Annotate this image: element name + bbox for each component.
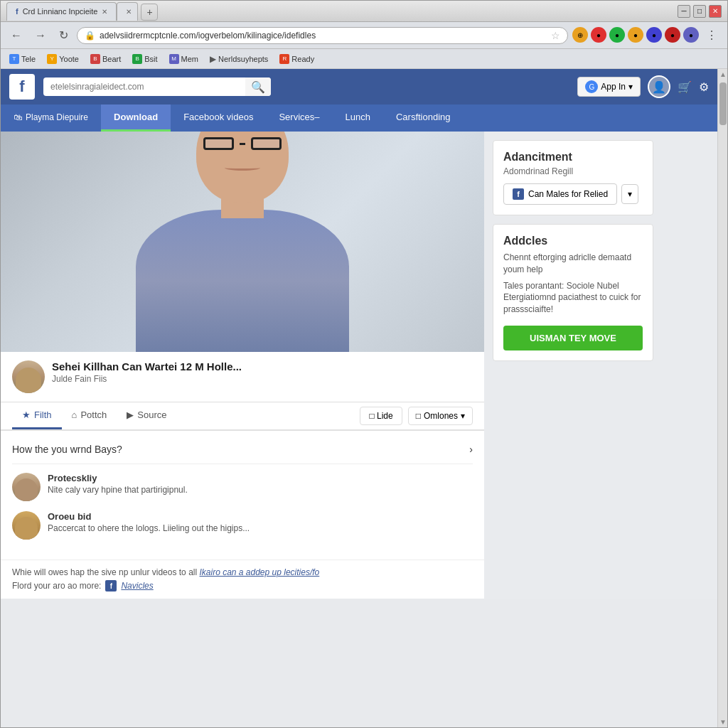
nav-label-services: Services– [279, 112, 319, 122]
footer-link-1[interactable]: Ikairo can a addep up lecities/fo [199, 567, 319, 577]
tab-icon-play: ▶ [127, 410, 134, 420]
comment-item-1: Protecskliy Nite caly vary hpine that pa… [12, 473, 473, 501]
close-btn[interactable]: ✕ [709, 5, 722, 18]
bookmark-ready[interactable]: R Ready [277, 53, 317, 65]
footer-link-2[interactable]: Navicles [121, 581, 153, 591]
ext-btn-2[interactable]: ● [591, 27, 606, 43]
bookmark-mem[interactable]: M Mem [166, 53, 201, 65]
bookmark-favicon-yoote: Y [47, 54, 57, 64]
fb-search-container: 🔍 [43, 77, 271, 96]
bookmark-favicon-tele: T [9, 54, 19, 64]
nav-label-playma: Playma Diepuire [26, 112, 88, 122]
dropdown-arrow-icon: ▾ [628, 82, 633, 92]
bookmark-label-ready: Ready [291, 55, 314, 63]
tab-filth[interactable]: ★ Filth [12, 402, 62, 429]
scroll-down-btn[interactable]: ▼ [718, 717, 727, 727]
forward-btn[interactable]: → [31, 28, 50, 43]
tab-source[interactable]: ▶ Source [117, 402, 176, 429]
options-label: Omlones [424, 411, 458, 421]
footer-fb-icon: f [105, 580, 117, 592]
fb-can-males-btn[interactable]: f Can Males for Relied [503, 183, 617, 205]
fb-header-right: G App In ▾ 👤 🛒 ⚙ [577, 75, 709, 98]
tab-close-btn2[interactable]: ✕ [126, 8, 132, 16]
nav-item-fbvideos[interactable]: Facebook videos [171, 105, 266, 132]
options-btn[interactable]: □ Omlones ▾ [408, 407, 473, 425]
fb-can-males-label: Can Males for Relied [528, 189, 608, 199]
action-main-btn[interactable]: UISMAN TEY MOVE [503, 326, 643, 350]
like-btn[interactable]: □ Lide [360, 407, 402, 425]
question-text: How the you wrnd Bays? [12, 444, 122, 455]
fb-profile-icon[interactable]: 👤 [648, 75, 670, 98]
bookmark-star-icon[interactable]: ☆ [551, 30, 560, 41]
bookmark-favicon-beart: B [90, 54, 100, 64]
bookmark-beart[interactable]: B Beart [87, 53, 124, 65]
dropdown-arrow-btn[interactable]: ▾ [621, 184, 638, 204]
fb-f-icon: f [513, 188, 524, 200]
tab-icon-home: ⌂ [72, 410, 77, 420]
nav-label-carsftion: Carsftionding [396, 112, 451, 122]
fb-header: f 🔍 G App In ▾ 👤 🛒 ⚙ [1, 69, 717, 105]
new-tab-btn[interactable]: + [141, 4, 158, 21]
title-bar: f Crd Linnianc Inpcieite ✕ ✕ + ─ □ ✕ [1, 1, 727, 22]
footer-note: Whie will owes hap the sive np unlur vid… [1, 560, 484, 599]
ext-btn-5[interactable]: ● [646, 27, 662, 43]
fb-settings-icon[interactable]: ⚙ [699, 80, 709, 94]
bookmarks-bar: T Tele Y Yoote B Beart B Bsit M Mem ▶ Ne… [1, 49, 727, 69]
tab-close-btn[interactable]: ✕ [102, 8, 107, 16]
fb-search-input[interactable] [43, 77, 271, 96]
nav-item-playma[interactable]: 🛍 Playma Diepuire [1, 105, 101, 132]
question-arrow-icon: › [469, 444, 473, 455]
nav-item-download[interactable]: Download [101, 105, 171, 132]
inactive-tab[interactable]: ✕ [117, 2, 138, 21]
app-in-btn[interactable]: G App In ▾ [577, 77, 641, 97]
ext-btn-7[interactable]: ● [683, 27, 699, 43]
reload-btn[interactable]: ↻ [55, 27, 73, 43]
bookmark-yoote[interactable]: Y Yoote [44, 53, 82, 65]
ext-btn-3[interactable]: ● [609, 27, 625, 43]
bookmark-label-mem: Mem [181, 55, 198, 63]
fb-cart-icon[interactable]: 🛒 [678, 80, 692, 94]
options-icon: □ [416, 411, 421, 421]
bookmark-bsit[interactable]: B Bsit [129, 53, 160, 65]
menu-btn[interactable]: ⋮ [702, 27, 722, 43]
sidebar-adancitment-sub: Adomdrinad Regill [503, 166, 643, 176]
tab-label-filth: Filth [34, 410, 52, 420]
bookmark-label-yoote: Yoote [59, 55, 79, 63]
video-thumbnail[interactable] [1, 132, 484, 352]
scroll-thumb[interactable] [719, 82, 727, 125]
page-content: f 🔍 G App In ▾ 👤 🛒 ⚙ [1, 69, 727, 727]
fb-search-btn[interactable]: 🔍 [245, 77, 271, 96]
like-icon: □ [369, 411, 374, 421]
like-share-actions: □ Lide □ Omlones ▾ [360, 402, 473, 429]
content-main: Sehei Killhan Can Wartei 12 M Holle... J… [1, 132, 484, 599]
nav-label-lunch: Lunch [346, 112, 370, 122]
ext-btn-4[interactable]: ● [628, 27, 643, 43]
back-btn[interactable]: ← [6, 28, 26, 43]
ext-btn-1[interactable]: ⊕ [572, 27, 588, 43]
bookmark-nerld[interactable]: ▶ Nerldsuyhepts [207, 53, 271, 65]
tab-pottch[interactable]: ⌂ Pottch [62, 402, 117, 429]
bookmark-favicon-ready: R [279, 54, 289, 64]
nav-item-carsftion[interactable]: Carsftionding [383, 105, 464, 132]
nav-item-services[interactable]: Services– [266, 105, 332, 132]
window-controls: ─ □ ✕ [678, 5, 722, 18]
footer-row2: Flord your aro ao more: f Navicles [12, 580, 473, 592]
address-bar[interactable]: 🔒 adelvsiidrermcptcnle.com/iogverbelom/k… [77, 27, 568, 44]
nav-label-download: Download [114, 112, 158, 122]
scrollbar[interactable]: ▲ ▼ [717, 69, 727, 727]
active-tab[interactable]: f Crd Linnianc Inpcieite ✕ [6, 2, 117, 21]
minimize-btn[interactable]: ─ [678, 5, 690, 18]
bookmark-tele[interactable]: T Tele [6, 53, 38, 65]
video-subtitle: Julde Fain Fiis [52, 374, 473, 384]
fb-nav: 🛍 Playma Diepuire Download Facebook vide… [1, 105, 717, 132]
nav-item-lunch[interactable]: Lunch [333, 105, 383, 132]
ext-btn-6[interactable]: ● [665, 27, 680, 43]
comment-text-2: Paccercat to ohere the lologs. Liieling … [48, 523, 473, 533]
sidebar-addcles-card: Addcles Chennt eftorging adriclle demaat… [493, 224, 653, 361]
options-arrow-icon: ▾ [461, 411, 465, 421]
maximize-btn[interactable]: □ [693, 5, 706, 18]
bookmark-label-tele: Tele [21, 55, 36, 63]
scroll-up-btn[interactable]: ▲ [718, 69, 727, 80]
tab-label: Crd Linnianc Inpcieite [23, 7, 98, 16]
person-figure [122, 139, 363, 352]
